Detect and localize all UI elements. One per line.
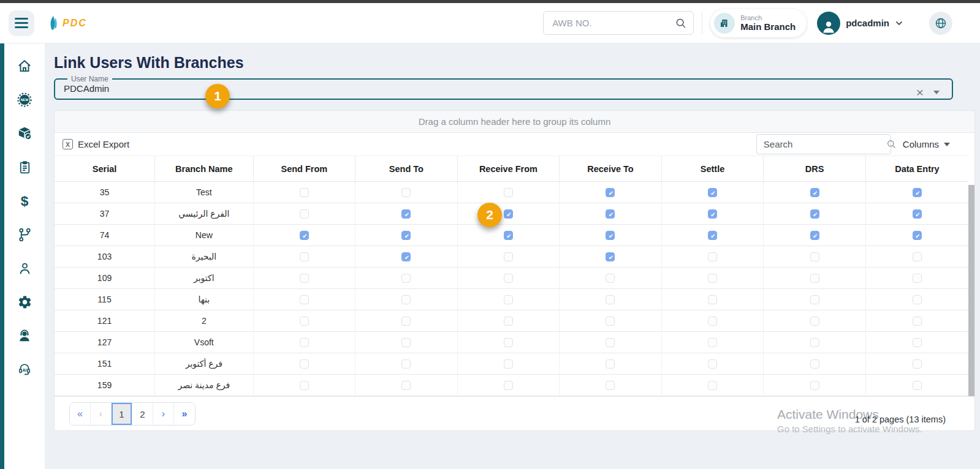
checkbox-receive-from-121[interactable] — [504, 317, 513, 326]
column-header-branch-name[interactable]: Branch Name — [155, 156, 254, 182]
checkbox-send-to-127[interactable] — [401, 338, 411, 347]
sidebar-item-finance[interactable]: $ — [17, 193, 32, 209]
checkbox-data-entry-127[interactable] — [913, 338, 922, 347]
checkbox-receive-from-115[interactable] — [504, 295, 513, 304]
checkbox-send-from-159[interactable] — [300, 381, 309, 390]
checkbox-receive-from-35[interactable] — [504, 188, 513, 197]
pager-last-button[interactable]: » — [174, 403, 195, 425]
menu-toggle-button[interactable] — [9, 10, 34, 36]
sidebar-item-settings[interactable] — [17, 294, 32, 310]
checkbox-send-to-151[interactable] — [401, 359, 411, 369]
checkbox-receive-to-121[interactable] — [606, 317, 615, 326]
checkbox-receive-from-159[interactable] — [504, 381, 513, 390]
checkbox-data-entry-159[interactable] — [913, 381, 922, 390]
checkbox-settle-35[interactable] — [708, 188, 717, 197]
checkbox-settle-109[interactable] — [708, 274, 717, 283]
user-name-select[interactable]: User Name PDCAdmin × — [54, 75, 953, 100]
sidebar-item-users[interactable] — [17, 260, 32, 276]
checkbox-send-from-109[interactable] — [300, 274, 309, 283]
checkbox-send-from-103[interactable] — [300, 252, 309, 261]
checkbox-drs-151[interactable] — [810, 359, 819, 369]
checkbox-send-from-74[interactable] — [300, 231, 309, 240]
grid-search-field[interactable] — [756, 134, 891, 154]
checkbox-send-to-35[interactable] — [401, 188, 411, 197]
grid-search-input[interactable] — [764, 139, 886, 149]
checkbox-data-entry-103[interactable] — [913, 252, 922, 261]
checkbox-data-entry-74[interactable] — [913, 231, 922, 240]
checkbox-settle-121[interactable] — [708, 317, 717, 326]
checkbox-send-to-103[interactable] — [401, 252, 411, 261]
checkbox-receive-to-37[interactable] — [606, 209, 615, 219]
pager-page-2[interactable]: 2 — [132, 403, 153, 425]
pager-prev-button[interactable]: ‹ — [91, 403, 112, 425]
column-chooser-button[interactable]: Columns — [903, 139, 950, 149]
column-header-send-from[interactable]: Send From — [253, 156, 355, 182]
sidebar-item-support[interactable] — [17, 328, 32, 343]
checkbox-send-from-121[interactable] — [300, 317, 309, 326]
column-header-drs[interactable]: DRS — [764, 156, 866, 182]
awb-search-field[interactable] — [543, 11, 694, 35]
checkbox-send-to-109[interactable] — [401, 274, 411, 283]
sidebar-item-shipments[interactable] — [17, 126, 32, 141]
checkbox-receive-to-151[interactable] — [606, 359, 615, 369]
checkbox-send-from-115[interactable] — [300, 295, 309, 304]
pager-first-button[interactable]: « — [70, 403, 91, 425]
column-header-receive-to[interactable]: Receive To — [560, 156, 662, 182]
user-menu[interactable]: pdcadmin — [817, 12, 903, 35]
checkbox-settle-74[interactable] — [708, 231, 717, 240]
checkbox-send-from-127[interactable] — [300, 338, 309, 347]
column-header-data-entry[interactable]: Data Entry — [865, 156, 968, 182]
checkbox-receive-from-127[interactable] — [504, 338, 513, 347]
checkbox-drs-37[interactable] — [810, 209, 819, 219]
checkbox-receive-to-109[interactable] — [606, 274, 615, 283]
checkbox-receive-to-159[interactable] — [606, 381, 615, 390]
sidebar-item-ai-assistant[interactable]: AI — [17, 361, 32, 377]
excel-export-button[interactable]: X Excel Export — [63, 139, 129, 149]
checkbox-send-to-121[interactable] — [401, 317, 411, 326]
checkbox-settle-115[interactable] — [708, 295, 717, 304]
checkbox-data-entry-35[interactable] — [913, 188, 922, 197]
checkbox-receive-from-103[interactable] — [504, 252, 513, 261]
checkbox-drs-103[interactable] — [810, 252, 819, 261]
checkbox-receive-to-115[interactable] — [606, 295, 615, 304]
sidebar-item-whats-new[interactable]: NEW — [17, 92, 32, 108]
clear-selection-icon[interactable]: × — [916, 86, 924, 99]
checkbox-drs-115[interactable] — [810, 295, 819, 304]
checkbox-receive-to-127[interactable] — [606, 338, 615, 347]
checkbox-send-to-115[interactable] — [401, 295, 411, 304]
pager-next-button[interactable]: › — [153, 403, 174, 425]
checkbox-send-to-74[interactable] — [401, 231, 411, 240]
vertical-scrollbar[interactable] — [968, 185, 974, 399]
column-header-send-to[interactable]: Send To — [355, 156, 458, 182]
checkbox-data-entry-121[interactable] — [913, 317, 922, 326]
checkbox-settle-127[interactable] — [708, 338, 717, 347]
checkbox-data-entry-115[interactable] — [913, 295, 922, 304]
checkbox-data-entry-151[interactable] — [913, 359, 922, 369]
checkbox-data-entry-109[interactable] — [913, 274, 922, 283]
checkbox-send-to-159[interactable] — [401, 381, 411, 390]
sidebar-item-manifests[interactable] — [17, 159, 32, 175]
checkbox-drs-159[interactable] — [810, 381, 819, 390]
checkbox-receive-to-74[interactable] — [606, 231, 615, 240]
column-header-receive-from[interactable]: Receive From — [457, 156, 560, 182]
column-header-serial[interactable]: Serial — [55, 156, 155, 182]
awb-search-input[interactable] — [552, 18, 674, 28]
checkbox-settle-37[interactable] — [708, 209, 717, 219]
checkbox-settle-103[interactable] — [708, 252, 717, 261]
awb-search-icon[interactable] — [674, 17, 688, 30]
checkbox-receive-from-151[interactable] — [504, 359, 513, 369]
dropdown-caret-icon[interactable] — [933, 91, 940, 94]
checkbox-settle-151[interactable] — [708, 359, 717, 369]
checkbox-drs-74[interactable] — [810, 231, 819, 240]
pager-page-1[interactable]: 1 — [112, 403, 132, 425]
checkbox-drs-109[interactable] — [810, 274, 819, 283]
checkbox-receive-to-35[interactable] — [606, 188, 615, 197]
checkbox-send-from-151[interactable] — [300, 359, 309, 369]
checkbox-send-to-37[interactable] — [401, 209, 411, 219]
checkbox-receive-from-37[interactable] — [504, 209, 513, 219]
sidebar-item-home[interactable] — [17, 58, 32, 74]
checkbox-receive-from-109[interactable] — [504, 274, 513, 283]
branch-selector[interactable]: Branch Main Branch — [710, 9, 807, 37]
language-globe-button[interactable] — [929, 12, 952, 35]
checkbox-drs-127[interactable] — [810, 338, 819, 347]
